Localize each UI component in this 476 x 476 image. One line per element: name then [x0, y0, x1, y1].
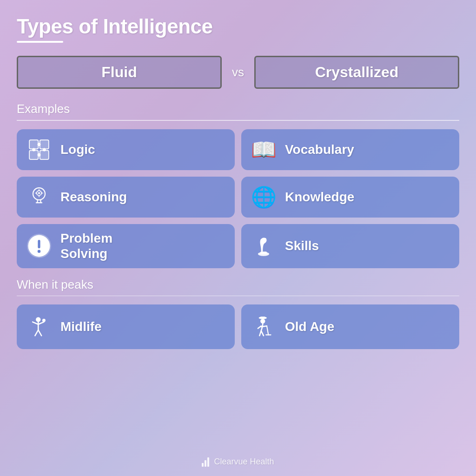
svg-point-33 — [260, 319, 265, 324]
svg-line-37 — [258, 326, 261, 328]
skills-card: Skills — [241, 224, 459, 268]
svg-rect-1 — [40, 140, 49, 149]
footer: Clearvue Health — [17, 451, 459, 467]
exclamation-icon — [25, 232, 53, 260]
svg-line-30 — [38, 330, 41, 336]
crystallized-header: Crystallized — [254, 56, 459, 89]
header-row: Fluid vs Crystallized — [17, 56, 459, 89]
chess-icon — [250, 232, 278, 260]
peaks-grid: Midlife — [17, 304, 459, 349]
svg-rect-3 — [40, 150, 49, 159]
svg-point-7 — [32, 148, 35, 151]
knowledge-label: Knowledge — [285, 189, 354, 205]
svg-rect-2 — [29, 150, 38, 159]
svg-line-34 — [261, 326, 267, 327]
vs-label: vs — [222, 65, 254, 79]
old-age-label: Old Age — [285, 319, 334, 335]
reasoning-card: Reasoning — [17, 177, 235, 218]
fluid-header: Fluid — [17, 56, 222, 89]
svg-rect-32 — [260, 317, 265, 319]
svg-point-23 — [263, 238, 266, 241]
midlife-label: Midlife — [60, 319, 102, 335]
examples-divider — [17, 120, 459, 121]
svg-point-20 — [38, 250, 41, 253]
logic-card: Logic — [17, 129, 235, 170]
svg-rect-19 — [38, 240, 40, 248]
brain-icon — [25, 183, 53, 211]
svg-line-35 — [267, 326, 268, 335]
svg-line-26 — [33, 322, 38, 324]
problem-solving-card: ProblemSolving — [17, 224, 235, 268]
svg-line-29 — [35, 330, 38, 336]
skills-label: Skills — [285, 238, 319, 254]
svg-point-10 — [38, 192, 40, 194]
midlife-card: Midlife — [17, 304, 235, 349]
title-underline — [17, 41, 63, 43]
svg-point-6 — [38, 153, 41, 156]
page-title: Types of Intelligence — [17, 15, 459, 38]
vocabulary-label: Vocabulary — [285, 142, 354, 158]
peaks-label: When it peaks — [17, 278, 459, 292]
svg-line-27 — [38, 322, 44, 324]
book-icon: 📖 — [250, 136, 278, 164]
brand-label: Clearvue Health — [214, 457, 274, 467]
person-young-icon — [25, 313, 53, 341]
svg-point-28 — [42, 319, 46, 322]
examples-label: Examples — [17, 102, 459, 116]
svg-point-5 — [43, 148, 46, 151]
puzzle-icon — [25, 136, 53, 164]
svg-point-4 — [38, 143, 41, 146]
person-old-icon — [250, 313, 278, 341]
svg-point-24 — [36, 317, 40, 322]
crystallized-label: Crystallized — [315, 64, 399, 80]
reasoning-label: Reasoning — [60, 189, 127, 205]
knowledge-card: 🌐 Knowledge — [241, 177, 459, 218]
globe-icon: 🌐 — [250, 183, 278, 211]
examples-grid: Logic 📖 Vocabulary — [17, 129, 459, 268]
logic-label: Logic — [60, 142, 95, 158]
peaks-divider — [17, 296, 459, 297]
brand-chart-icon — [202, 456, 209, 467]
svg-line-39 — [261, 331, 264, 336]
svg-rect-0 — [29, 140, 38, 149]
vocabulary-card: 📖 Vocabulary — [241, 129, 459, 170]
fluid-label: Fluid — [101, 64, 137, 80]
old-age-card: Old Age — [241, 304, 459, 349]
svg-rect-22 — [260, 251, 267, 254]
problem-solving-label: ProblemSolving — [60, 231, 112, 262]
